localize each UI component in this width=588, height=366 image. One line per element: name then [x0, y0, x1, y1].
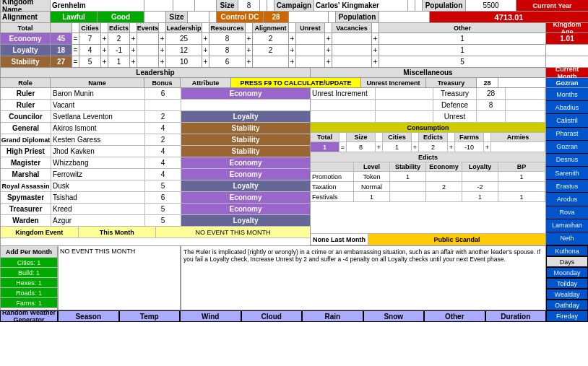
- s-alignment[interactable]: [253, 56, 289, 67]
- leader-councilor: Councilor Svetlana Leventon 2 Loyalty: [1, 111, 310, 123]
- treasury-val2[interactable]: 28: [477, 88, 506, 99]
- resources-hdr: Resources: [209, 23, 246, 32]
- f9-btn[interactable]: PRESS F9 TO CALCULATE/UPDATE: [231, 78, 361, 87]
- cons-armies[interactable]: [491, 142, 545, 152]
- bonus-2b[interactable]: 2: [145, 134, 181, 145]
- cons-values: 1 = 8 + 1 + 2 + -10 +: [311, 142, 545, 152]
- s-leadership[interactable]: 10: [166, 56, 202, 67]
- campaign-lbl: Campaign: [274, 0, 314, 11]
- promo-loy[interactable]: [462, 172, 498, 175]
- name-ferro[interactable]: Ferrowitz: [51, 169, 145, 175]
- e-alignment[interactable]: 2: [253, 33, 289, 44]
- l-resources[interactable]: 8: [209, 45, 246, 56]
- e-edicts[interactable]: 2: [108, 33, 130, 44]
- name-baron[interactable]: Baron Munin: [51, 88, 145, 99]
- l-edicts[interactable]: -1: [108, 45, 130, 56]
- attr-r2: [181, 100, 310, 110]
- leadership-body: Ruler Baron Munin 6 Economy Ruler Vacant…: [0, 88, 588, 175]
- leader-highpriest: High Priest Jhod Kavken 4 Stability: [1, 146, 310, 157]
- cons-farms[interactable]: -10: [455, 142, 484, 152]
- s-edicts[interactable]: 1: [108, 56, 130, 67]
- month-gozran: Gozran: [546, 78, 588, 87]
- l-leadership[interactable]: 12: [166, 45, 202, 56]
- edicts-hdr: Edicts: [108, 23, 130, 32]
- promo-bp[interactable]: 1: [498, 172, 545, 175]
- defence-val[interactable]: 8: [477, 100, 506, 110]
- l-other[interactable]: 1: [379, 45, 546, 56]
- good-btn[interactable]: Good: [98, 12, 144, 22]
- treasury-val[interactable]: 28: [477, 78, 498, 87]
- l-vacancies[interactable]: [332, 45, 372, 56]
- name-jhod[interactable]: Jhod Kavken: [51, 146, 145, 157]
- role-highpriest: High Priest: [1, 146, 51, 157]
- role-marshal: Marshal: [1, 169, 51, 175]
- vacancies-hdr: Vacancies: [332, 23, 372, 32]
- m-desnus: Desnus: [546, 154, 588, 167]
- e-leadership[interactable]: 25: [166, 33, 202, 44]
- l-unrest[interactable]: [296, 45, 325, 56]
- misc-row1: Unrest Increment Treasury 28: [311, 88, 545, 100]
- leadership-section: Leadership: [0, 68, 311, 77]
- current-month-hdr: Current Month: [546, 68, 588, 77]
- cons-edicts[interactable]: 2: [419, 142, 448, 152]
- economy-row2: Economy 45 = 7 + 2 + + 25 + 8 + 2 + + + …: [0, 33, 588, 45]
- e-other[interactable]: 1: [379, 33, 546, 44]
- s-resources[interactable]: 6: [209, 56, 246, 67]
- cons-cities[interactable]: 1: [383, 142, 412, 152]
- l-alignment[interactable]: 2: [253, 45, 289, 56]
- bonus-4a[interactable]: 4: [145, 123, 181, 134]
- size-val[interactable]: 8: [238, 0, 260, 11]
- loyalty-tot: 18: [51, 45, 72, 56]
- unrest-val[interactable]: [477, 111, 506, 122]
- treasury-lbl: Treasury: [426, 78, 477, 87]
- s-vacancies[interactable]: [332, 56, 372, 67]
- promo-level[interactable]: Token: [354, 172, 390, 175]
- campaign-val[interactable]: Carlos' Kingmaker: [314, 0, 408, 11]
- bonus-6a[interactable]: 6: [145, 88, 181, 99]
- name-svetlana[interactable]: Svetlana Leventon: [51, 111, 145, 122]
- attr-eco1: Economy: [181, 88, 310, 99]
- control-dc-val: 28: [264, 12, 289, 22]
- pop-val[interactable]: 5500: [466, 0, 516, 11]
- l-cities[interactable]: 4: [79, 45, 101, 56]
- promo-eco[interactable]: [426, 172, 462, 175]
- misc-row3: Unrest: [311, 111, 545, 123]
- s-other[interactable]: 5: [379, 56, 546, 67]
- leadership-misc-headers: Leadership Miscellaneous Current Month: [0, 68, 588, 78]
- cons-total[interactable]: 1: [311, 142, 340, 152]
- cons-size[interactable]: 8: [347, 142, 376, 152]
- name-whizz[interactable]: Whizzbang: [51, 157, 145, 168]
- loyalty-row2: Loyalty 18 = 4 + -1 + + 12 + 8 + 2 + + +…: [0, 45, 588, 56]
- name-vacant[interactable]: Vacant: [51, 100, 145, 110]
- kingdom-name-val[interactable]: Grenhelm: [51, 0, 144, 11]
- e-events[interactable]: [137, 33, 159, 44]
- e-resources[interactable]: 8: [209, 33, 246, 44]
- role-councilor: Councilor: [1, 111, 51, 122]
- alignment-lbl: Alignment: [0, 12, 51, 22]
- e-vacancies[interactable]: [332, 33, 372, 44]
- attr-stab3: Stability: [181, 146, 310, 157]
- bonus-4b[interactable]: 4: [145, 146, 181, 157]
- size-lbl: Size: [217, 0, 238, 11]
- bonus-2a[interactable]: 2: [145, 111, 181, 122]
- e-cities[interactable]: 7: [79, 33, 101, 44]
- bonus-4c[interactable]: 4: [145, 157, 181, 168]
- name-akiros[interactable]: Akiros Ismont: [51, 123, 145, 134]
- s-unrest[interactable]: [296, 56, 325, 67]
- lawful-btn[interactable]: Lawful: [51, 12, 98, 22]
- e-unrest[interactable]: [296, 33, 325, 44]
- name-kesten[interactable]: Kesten Garess: [51, 134, 145, 145]
- attr-stab2: Stability: [181, 134, 310, 145]
- misc-panel: Unrest Increment Treasury 28 Defence 8 U…: [311, 88, 546, 175]
- l-events[interactable]: [137, 45, 159, 56]
- attr-eco2: Economy: [181, 157, 310, 168]
- s-events[interactable]: [137, 56, 159, 67]
- kingdom-age-lbl: Kingdom Age: [546, 23, 588, 32]
- promo-lbl: Promotion: [311, 172, 354, 175]
- m-gozran: Gozran: [546, 141, 588, 154]
- full-layout: Kingdom Name Grenhelm Size 8 Campaign Ca…: [0, 0, 588, 175]
- s-cities[interactable]: 5: [79, 56, 101, 67]
- bonus-4d[interactable]: 4: [145, 169, 181, 175]
- promo-stab[interactable]: 1: [390, 172, 426, 175]
- bonus-r2[interactable]: [145, 100, 181, 110]
